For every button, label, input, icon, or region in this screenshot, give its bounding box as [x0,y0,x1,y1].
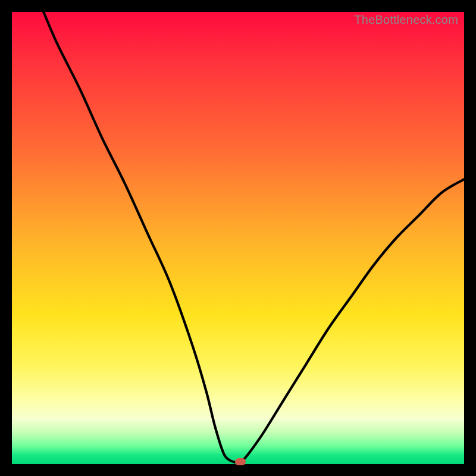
bottleneck-curve [12,12,464,464]
optimum-marker [235,458,246,465]
plot-area: TheBottleneck.com [12,12,464,464]
curve-path [43,12,464,463]
chart-frame: TheBottleneck.com [0,0,476,476]
